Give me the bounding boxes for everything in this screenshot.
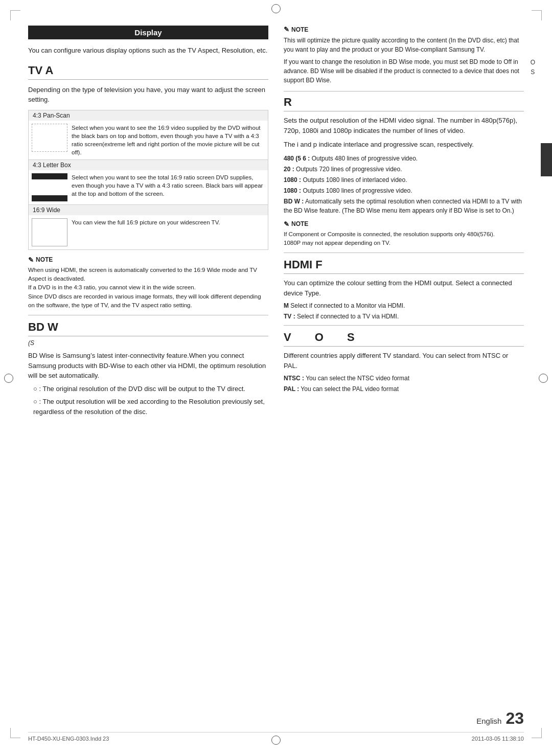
res-item-1-label: 20 : <box>284 166 294 173</box>
aspect-header-panscan: 4:3 Pan-Scan <box>29 110 268 121</box>
tv-aspect-heading: TV A <box>28 64 268 80</box>
res-item-3-label: 1080 : <box>284 187 301 194</box>
aspect-header-letterbox: 4:3 Letter Box <box>29 160 268 170</box>
hdmi-item-0-label: M <box>284 302 289 309</box>
hdmi-item-1: TV : Select if connected to a TV via HDM… <box>284 312 524 321</box>
right-pencil-icon-1: ✎ <box>284 26 289 33</box>
reg-circle-right <box>539 374 548 383</box>
resolution-sub: The i and p indicate interlace and progr… <box>284 140 524 150</box>
aspect-row-letterbox: 4:3 Letter Box Select when you want to s… <box>29 159 268 204</box>
left-column: Display You can configure various displa… <box>28 26 268 420</box>
letterbox-bar-bottom <box>32 195 67 201</box>
right-note-1-title: ✎ NOTE <box>284 26 524 33</box>
bdwise-heading: BD W <box>28 320 268 336</box>
note-text-1: When using HDMI, the screen is automatic… <box>28 266 268 284</box>
aspect-header-wide: 16:9 Wide <box>29 205 268 215</box>
bdwise-bullet-1: ○ : The original resolution of the DVD d… <box>28 384 268 394</box>
resolution-intro: Sets the output resolution of the HDMI v… <box>284 116 524 135</box>
right-note-1-text-2: If you want to change the resolution in … <box>284 57 524 85</box>
footer-right: 2011-03-05 11:38:10 <box>472 736 524 742</box>
corner-mark-tl <box>10 10 20 20</box>
res-item-2-label: 1080 : <box>284 176 301 184</box>
res-item-2-desc: Outputs 1080 lines of interlaced video. <box>303 176 407 184</box>
divider-1 <box>28 315 268 315</box>
page-number: 23 <box>505 709 524 728</box>
aspect-image-letterbox <box>32 173 67 201</box>
bdwise-intro: BD Wise is Samsung’s latest inter-connec… <box>28 351 268 381</box>
res-item-0: 480 (5 6 : Outputs 480 lines of progress… <box>284 154 524 163</box>
aspect-desc-panscan: Select when you want to see the 16:9 vid… <box>72 124 265 156</box>
display-intro: You can configure various display option… <box>28 45 268 56</box>
pencil-icon: ✎ <box>28 256 34 264</box>
reg-circle-left <box>4 374 13 383</box>
hdmi-item-0-desc: Select if connected to a Monitor via HDM… <box>290 302 405 309</box>
two-column-layout: Display You can configure various displa… <box>28 26 524 420</box>
right-note-1-label: NOTE <box>291 26 308 33</box>
vo-item-0: NTSC : You can select the NTSC video for… <box>284 374 524 383</box>
tv-aspect-sub: Depending on the type of television you … <box>28 85 268 105</box>
corner-mark-tr <box>532 10 542 20</box>
res-item-0-label: 480 (5 6 : <box>284 155 310 162</box>
tv-aspect-note: ✎ NOTE When using HDMI, the screen is au… <box>28 256 268 310</box>
vo-intro: Different countries apply different TV s… <box>284 351 524 371</box>
res-item-3: 1080 : Outputs 1080 lines of progressive… <box>284 186 524 195</box>
corner-mark-bl <box>10 728 20 738</box>
corner-mark-br <box>532 728 542 738</box>
right-column: ✎ NOTE This will optimize the picture qu… <box>284 26 524 420</box>
hdmi-item-1-label: TV : <box>284 313 295 320</box>
resolution-heading: R <box>284 96 524 111</box>
page-number-area: English 23 <box>476 709 524 728</box>
note-text-3: Since DVD discs are recorded in various … <box>28 292 268 310</box>
language-label: English <box>476 717 501 725</box>
display-header: Display <box>28 26 268 39</box>
right-divider-1 <box>284 91 524 91</box>
aspect-image-panscan <box>32 124 67 152</box>
res-item-1: 20 : Outputs 720 lines of progressive vi… <box>284 165 524 174</box>
right-note-1-text-1: This will optimize the picture quality a… <box>284 36 524 54</box>
hdmi-intro: You can optimize the colour setting from… <box>284 278 524 298</box>
res-item-4: BD W : Automatically sets the optimal re… <box>284 197 524 215</box>
hdmi-item-0: M Select if connected to a Monitor via H… <box>284 301 524 310</box>
res-item-1-desc: Outputs 720 lines of progressive video. <box>296 166 402 173</box>
pencil-icon-res: ✎ <box>284 220 289 228</box>
vo-item-0-desc: You can select the NTSC video format <box>306 375 409 382</box>
note-text-2: If a DVD is in the 4:3 ratio, you cannot… <box>28 283 268 292</box>
right-note-1: ✎ NOTE This will optimize the picture qu… <box>284 26 524 85</box>
footer: HT-D450-XU-ENG-0303.Indd 23 2011-03-05 1… <box>28 732 524 742</box>
aspect-content-wide: You can view the full 16:9 picture on yo… <box>29 215 268 249</box>
side-letter-o: O <box>531 59 535 66</box>
aspect-content-letterbox: Select when you want to see the total 16… <box>29 170 268 204</box>
resolution-note-text-1: If Component or Composite is connected, … <box>284 230 524 239</box>
res-item-3-desc: Outputs 1080 lines of progressive video. <box>303 187 412 194</box>
res-item-0-desc: Outputs 480 lines of progressive video. <box>312 155 418 162</box>
res-item-2: 1080 : Outputs 1080 lines of interlaced … <box>284 175 524 185</box>
hdmi-item-1-desc: Select if connected to a TV via HDMI. <box>297 313 399 320</box>
note-title: ✎ NOTE <box>28 256 268 264</box>
aspect-table: 4:3 Pan-Scan Select when you want to see… <box>28 110 268 250</box>
bdwise-sub: (S <box>28 339 268 347</box>
vo-item-1: PAL : You can select the PAL video forma… <box>284 384 524 394</box>
black-side-tab <box>541 143 552 176</box>
vo-item-1-label: PAL : <box>284 385 299 393</box>
resolution-note: ✎ NOTE If Component or Composite is conn… <box>284 220 524 248</box>
reg-circle-top <box>271 4 281 13</box>
bdwise-bullet-2: ○ : The output resolution will be xed ac… <box>28 397 268 417</box>
aspect-desc-letterbox: Select when you want to see the total 16… <box>72 173 265 198</box>
right-divider-2 <box>284 253 524 253</box>
aspect-row-wide: 16:9 Wide You can view the full 16:9 pic… <box>29 204 268 249</box>
footer-left: HT-D450-XU-ENG-0303.Indd 23 <box>28 736 109 742</box>
aspect-desc-wide: You can view the full 16:9 picture on yo… <box>72 218 265 226</box>
hdmi-heading: HDMI F <box>284 258 524 274</box>
side-letters: O S <box>531 59 535 76</box>
content-area: Display You can configure various displa… <box>28 26 524 728</box>
vo-item-1-desc: You can select the PAL video format <box>301 385 399 393</box>
resolution-note-title: ✎ NOTE <box>284 220 524 228</box>
res-item-4-label: BD W : <box>284 198 304 205</box>
aspect-row-panscan: 4:3 Pan-Scan Select when you want to see… <box>29 110 268 159</box>
vo-item-0-label: NTSC : <box>284 375 304 382</box>
res-item-4-desc: Automatically sets the optimal resolutio… <box>284 198 522 214</box>
right-divider-3 <box>284 325 524 326</box>
letterbox-bar-top <box>32 173 67 179</box>
resolution-note-text-2: 1080P may not appear depending on TV. <box>284 239 524 247</box>
aspect-image-wide <box>32 218 67 246</box>
